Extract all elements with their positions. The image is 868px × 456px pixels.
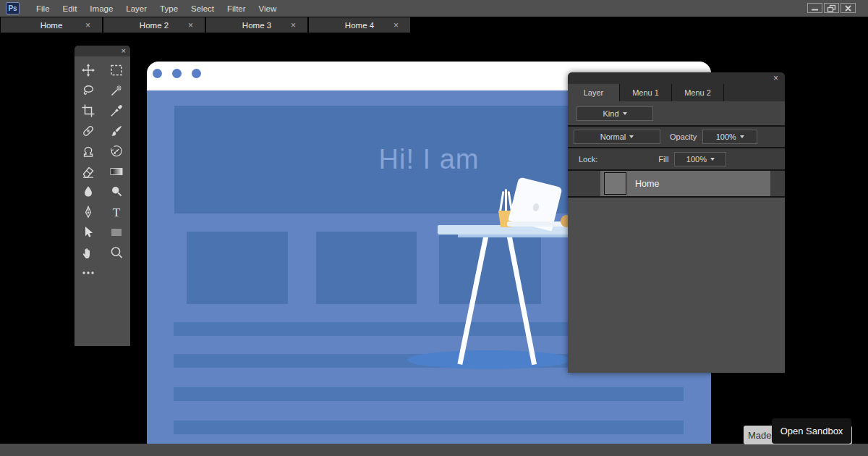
eyedropper-tool-button[interactable] — [106, 102, 127, 119]
gradient-tool-button[interactable] — [106, 163, 127, 180]
layers-panel-tabs: Layer Menu 1 Menu 2 — [568, 84, 785, 101]
workspace: Hi! I am × — [0, 33, 868, 444]
rectangle-tool-button[interactable] — [106, 224, 127, 241]
clone-stamp-icon — [81, 144, 95, 159]
layer-visibility-cell[interactable] — [568, 171, 600, 196]
menu-file[interactable]: File — [30, 4, 56, 13]
menu-filter[interactable]: Filter — [221, 4, 252, 13]
content-box-3 — [439, 232, 541, 304]
tab-label: Home — [41, 21, 63, 30]
browser-dot — [192, 69, 201, 78]
layer-row-right-cell — [770, 171, 785, 196]
layers-panel: × Layer Menu 1 Menu 2 Kind Normal Opacit… — [568, 72, 785, 373]
chevron-down-icon — [710, 158, 715, 161]
history-brush-icon — [109, 144, 124, 159]
blur-tool-button[interactable] — [78, 183, 98, 200]
menu-view[interactable]: View — [252, 4, 284, 13]
eraser-icon — [81, 164, 95, 179]
healing-brush-tool-button[interactable] — [78, 122, 98, 140]
layer-row-selected[interactable]: Home — [600, 171, 770, 196]
tab-close-icon[interactable]: × — [188, 21, 193, 30]
tab-home-4[interactable]: Home 4 × — [309, 17, 410, 33]
hero-text: Hi! I am — [379, 144, 480, 175]
brush-icon — [109, 124, 124, 138]
close-icon — [844, 4, 852, 12]
blend-mode-row: Normal Opacity 100% — [568, 125, 785, 147]
dodge-tool-button[interactable] — [106, 183, 127, 200]
menu-select[interactable]: Select — [184, 4, 221, 13]
minimize-icon — [810, 4, 820, 12]
clone-stamp-tool-button[interactable] — [78, 143, 98, 160]
window-controls — [807, 3, 856, 13]
history-brush-tool-button[interactable] — [106, 143, 127, 160]
tab-home[interactable]: Home × — [1, 17, 102, 33]
tab-menu-1[interactable]: Menu 1 — [620, 84, 672, 101]
marquee-icon — [109, 63, 124, 77]
tools-palette-header[interactable]: × — [75, 46, 130, 56]
tab-menu-2[interactable]: Menu 2 — [672, 84, 724, 101]
dodge-icon — [109, 185, 124, 199]
tab-layer[interactable]: Layer — [568, 84, 620, 101]
eyedropper-icon — [109, 104, 124, 118]
zoom-tool-button[interactable] — [106, 244, 127, 261]
lock-label: Lock: — [579, 155, 597, 164]
move-tool-button[interactable] — [78, 62, 98, 79]
blend-mode-dropdown[interactable]: Normal — [574, 130, 660, 144]
lasso-icon — [81, 83, 95, 98]
opacity-dropdown[interactable]: 100% — [702, 130, 757, 144]
restore-icon — [827, 4, 836, 12]
layer-thumbnail[interactable] — [604, 172, 626, 195]
bottom-bar — [0, 444, 868, 456]
path-selection-icon — [81, 225, 95, 240]
close-icon[interactable]: × — [773, 73, 778, 83]
chevron-down-icon — [740, 135, 744, 138]
opacity-label: Opacity — [670, 132, 697, 141]
menu-image[interactable]: Image — [83, 4, 119, 13]
tab-home-3[interactable]: Home 3 × — [206, 17, 307, 33]
layers-panel-header[interactable]: × — [568, 72, 785, 84]
kind-dropdown[interactable]: Kind — [576, 106, 653, 121]
tools-grid: T — [75, 56, 130, 346]
brush-tool-button[interactable] — [106, 122, 127, 140]
more-tools-button[interactable] — [78, 264, 98, 282]
tab-home-2[interactable]: Home 2 × — [103, 17, 205, 33]
pen-tool-button[interactable] — [78, 203, 98, 221]
close-icon[interactable]: × — [122, 46, 126, 56]
type-tool-button[interactable]: T — [106, 203, 127, 221]
hand-tool-button[interactable] — [78, 244, 98, 261]
blur-icon — [81, 185, 95, 199]
layer-row-home[interactable]: Home — [568, 169, 785, 196]
open-sandbox-button[interactable]: Open Sandbox — [772, 418, 851, 444]
pen-icon — [81, 205, 95, 219]
menu-layer[interactable]: Layer — [119, 4, 153, 13]
browser-dot — [153, 69, 162, 78]
eraser-tool-button[interactable] — [78, 163, 98, 180]
close-button[interactable] — [841, 3, 856, 13]
tab-label: Home 4 — [345, 21, 374, 30]
type-icon: T — [109, 205, 124, 219]
photoshop-logo: Ps — [6, 2, 20, 14]
menu-edit[interactable]: Edit — [56, 4, 84, 13]
tab-close-icon[interactable]: × — [393, 21, 399, 30]
lock-row: Lock: Fill 100% — [568, 147, 785, 169]
lasso-tool-button[interactable] — [78, 82, 98, 99]
chevron-down-icon — [623, 112, 627, 115]
menu-type[interactable]: Type — [153, 4, 184, 13]
healing-brush-icon — [81, 124, 95, 138]
move-icon — [81, 63, 95, 77]
crop-icon — [81, 104, 95, 118]
path-selection-tool-button[interactable] — [78, 224, 98, 241]
blend-mode-label: Normal — [600, 132, 626, 141]
gradient-icon — [109, 164, 124, 179]
restore-button[interactable] — [824, 3, 839, 13]
tab-close-icon[interactable]: × — [291, 21, 296, 30]
crop-tool-button[interactable] — [78, 102, 98, 119]
browser-dot — [172, 69, 182, 78]
tab-close-icon[interactable]: × — [85, 21, 90, 30]
fill-dropdown[interactable]: 100% — [674, 152, 726, 166]
marquee-tool-button[interactable] — [106, 62, 127, 79]
minimize-button[interactable] — [807, 3, 822, 13]
magic-wand-tool-button[interactable] — [106, 82, 127, 99]
kind-dropdown-label: Kind — [603, 109, 618, 118]
rectangle-icon — [109, 225, 124, 240]
